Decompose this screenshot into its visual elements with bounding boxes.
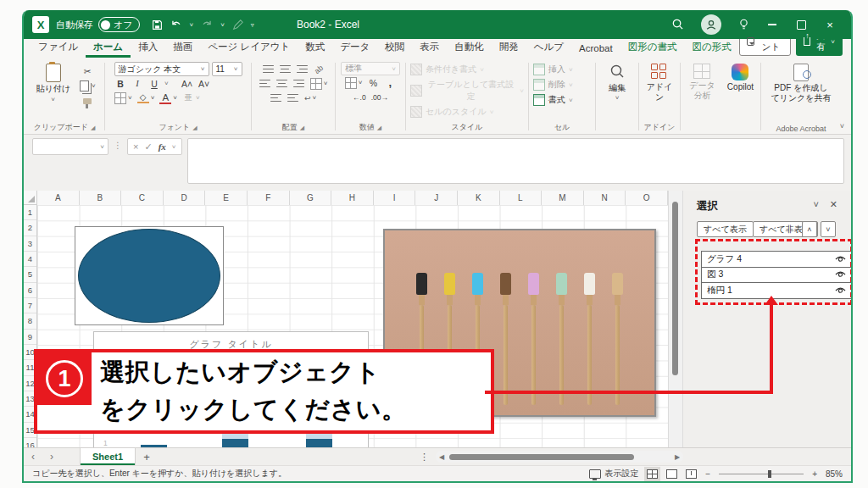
- column-header[interactable]: O: [626, 191, 668, 205]
- align-center-button[interactable]: [275, 77, 289, 90]
- column-header[interactable]: D: [164, 191, 206, 205]
- shape-bounding-box[interactable]: [75, 226, 224, 325]
- format-painter-button[interactable]: [79, 95, 97, 108]
- align-middle-button[interactable]: [278, 63, 292, 75]
- row-header[interactable]: 9: [24, 330, 36, 345]
- grow-font-button[interactable]: A˄: [181, 77, 194, 90]
- sheet-options-menu[interactable]: ⋮: [420, 452, 429, 463]
- lightbulb-icon[interactable]: [738, 18, 749, 32]
- zoom-in-button[interactable]: +: [812, 469, 817, 479]
- row-header[interactable]: 5: [24, 267, 36, 282]
- ribbon-tab[interactable]: 図形の書式: [620, 38, 685, 58]
- row-header[interactable]: 4: [24, 252, 36, 267]
- column-header[interactable]: H: [331, 191, 374, 205]
- dialog-launcher-icon[interactable]: ◢: [377, 125, 381, 130]
- ellipse-shape[interactable]: [78, 229, 220, 323]
- ribbon-tab[interactable]: ヘルプ: [526, 38, 571, 58]
- horizontal-scrollbar-thumb[interactable]: [449, 454, 634, 460]
- spreadsheet-grid[interactable]: ABCDEFGHIJKLMNO 123456789101112131415161…: [24, 191, 668, 447]
- page-break-view-icon[interactable]: [686, 469, 697, 479]
- fx-dropdown[interactable]: ˅: [172, 143, 176, 151]
- insert-function-icon[interactable]: fx: [159, 141, 166, 152]
- sheet-tab[interactable]: Sheet1: [80, 448, 136, 465]
- dialog-launcher-icon[interactable]: ◢: [192, 125, 197, 130]
- column-header[interactable]: N: [584, 191, 626, 205]
- row-header[interactable]: 3: [24, 236, 36, 252]
- ribbon-tab[interactable]: Acrobat: [571, 41, 620, 58]
- column-header[interactable]: A: [37, 191, 80, 205]
- row-header[interactable]: 16: [24, 438, 36, 447]
- save-icon[interactable]: [152, 19, 163, 30]
- chart-bar[interactable]: [141, 445, 167, 447]
- font-color-button[interactable]: A˅: [159, 92, 178, 104]
- horizontal-scrollbar[interactable]: ◀ ▶: [436, 451, 683, 463]
- row-header[interactable]: 1: [24, 205, 36, 220]
- zoom-slider[interactable]: [719, 474, 804, 474]
- copilot-button[interactable]: Copilot: [724, 62, 757, 94]
- increase-decimal-button[interactable]: ←.0: [352, 91, 367, 103]
- cells-menu-item[interactable]: 挿入 ˅: [532, 64, 574, 75]
- ribbon-tab[interactable]: 数式: [298, 38, 332, 58]
- account-avatar[interactable]: [701, 14, 721, 35]
- ribbon-tab[interactable]: 表示: [412, 38, 447, 58]
- column-header[interactable]: L: [500, 191, 542, 205]
- bring-forward-button[interactable]: ˄: [802, 221, 817, 237]
- confirm-entry-icon[interactable]: ✓: [144, 141, 152, 152]
- ribbon-tab[interactable]: ホーム: [86, 38, 131, 58]
- name-box[interactable]: ˅: [32, 138, 108, 155]
- column-header[interactable]: E: [205, 191, 248, 205]
- dialog-launcher-icon[interactable]: ◢: [91, 125, 95, 130]
- ribbon-tab[interactable]: ページ レイアウト: [200, 38, 298, 58]
- close-button[interactable]: ×: [824, 19, 836, 30]
- column-header[interactable]: K: [458, 191, 500, 205]
- decrease-indent-button[interactable]: [270, 92, 283, 104]
- ribbon-tab[interactable]: 校閲: [377, 38, 412, 58]
- zoom-out-button[interactable]: −: [705, 469, 710, 479]
- prev-sheet-arrow[interactable]: ‹: [24, 451, 42, 463]
- autosave-toggle[interactable]: オフ: [98, 17, 140, 32]
- dialog-launcher-icon[interactable]: ◢: [300, 125, 304, 130]
- collapse-ribbon-chevron[interactable]: ˅: [840, 122, 844, 130]
- column-header[interactable]: F: [248, 191, 290, 205]
- zoom-slider-thumb[interactable]: [768, 470, 771, 478]
- column-header[interactable]: J: [415, 191, 458, 205]
- column-header[interactable]: C: [121, 191, 164, 205]
- percent-style-button[interactable]: %: [366, 76, 380, 89]
- scroll-right-arrow[interactable]: ▶: [671, 453, 683, 461]
- ribbon-tab[interactable]: 自動化: [447, 38, 492, 58]
- namebox-splitter[interactable]: ⋮: [114, 138, 122, 153]
- align-left-button[interactable]: [259, 77, 272, 90]
- decrease-decimal-button[interactable]: .00→: [370, 91, 389, 103]
- normal-view-icon[interactable]: [647, 469, 658, 479]
- ribbon-tab[interactable]: データ: [332, 38, 377, 58]
- vertical-scrollbar-thumb[interactable]: [672, 202, 678, 375]
- scroll-left-arrow[interactable]: ◀: [436, 453, 448, 461]
- underline-dropdown[interactable]: ˅: [164, 80, 169, 87]
- search-icon[interactable]: [671, 18, 684, 32]
- row-header[interactable]: 2: [24, 220, 36, 236]
- shrink-font-button[interactable]: A˅: [198, 77, 211, 90]
- ribbon-tab[interactable]: 図の形式: [685, 38, 739, 58]
- comma-style-button[interactable]: ,: [383, 76, 397, 89]
- wrap-text-button[interactable]: ↩˅: [303, 92, 317, 104]
- row-header[interactable]: 7: [24, 298, 36, 313]
- row-header[interactable]: 8: [24, 313, 36, 329]
- bold-button[interactable]: B: [114, 77, 127, 90]
- column-header[interactable]: G: [290, 191, 332, 205]
- pane-close-icon[interactable]: ✕: [830, 199, 837, 210]
- formula-input[interactable]: [187, 138, 845, 184]
- cancel-entry-icon[interactable]: ×: [133, 141, 138, 152]
- send-backward-button[interactable]: ˅: [821, 221, 836, 237]
- qat-customize-dropdown[interactable]: ▿: [251, 21, 254, 29]
- column-header[interactable]: M: [542, 191, 584, 205]
- borders-button[interactable]: ˅: [114, 92, 133, 104]
- align-bottom-button[interactable]: [295, 63, 309, 75]
- font-size-select[interactable]: 11˅: [212, 62, 242, 76]
- merge-center-button[interactable]: ˅: [309, 77, 329, 90]
- add-sheet-button[interactable]: +: [136, 451, 158, 463]
- align-right-button[interactable]: [292, 77, 306, 90]
- column-header[interactable]: I: [374, 191, 416, 205]
- fill-color-button[interactable]: ◇˅: [136, 92, 156, 104]
- increase-indent-button[interactable]: [287, 92, 300, 104]
- font-name-select[interactable]: 游ゴシック 本文˅: [114, 62, 209, 76]
